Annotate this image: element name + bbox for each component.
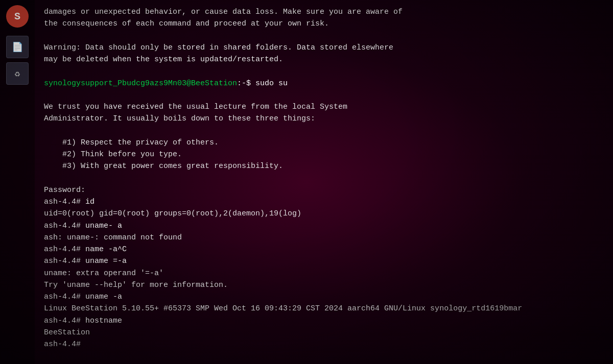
terminal-line-cmd_uname3: ash-4.4# uname -a <box>44 291 604 303</box>
terminal-line-rule2: #2) Think before you type. <box>44 149 604 160</box>
terminal-line-cmd_uname1: ash-4.4# uname- a <box>44 220 604 232</box>
terminal-line-cmd_hostname: ash-4.4# hostname <box>44 315 604 327</box>
ash-command: uname -a <box>81 293 122 301</box>
ash-command: uname- a <box>81 222 122 230</box>
prompt-symbol: :-$ <box>237 79 251 88</box>
terminal-line-rule1: #1) Respect the privacy of others. <box>44 137 604 149</box>
terminal-line-uname_help: Try 'uname --help' for more information. <box>44 279 604 291</box>
terminal-line-blank2 <box>44 65 604 77</box>
terminal-line-warning1: damages or unexpected behavior, or cause… <box>44 6 604 18</box>
terminal-line-cmd_uname2: ash-4.4# uname =-a <box>44 255 604 267</box>
terminal-line-sudo1: We trust you have received the usual lec… <box>44 101 604 113</box>
recycle-icon[interactable]: ♻ <box>6 62 29 85</box>
document-icon[interactable]: 📄 <box>6 36 29 58</box>
terminal-line-final_prompt: ash-4.4# <box>44 338 604 350</box>
terminal-line-id_output: uid=0(root) gid=0(root) groups=0(root),2… <box>44 208 604 220</box>
terminal-line-rule3: #3) With great power comes great respons… <box>44 160 604 172</box>
ash-prompt: ash-4.4# <box>44 317 81 325</box>
screen-container: S 📄 ♻ damages or unexpected behavior, or… <box>0 0 613 364</box>
ash-prompt: ash-4.4# <box>44 198 81 206</box>
command-text: sudo su <box>251 79 288 88</box>
synology-logo: S <box>6 5 29 28</box>
sidebar: S 📄 ♻ <box>0 0 35 364</box>
terminal-line-blank3 <box>44 89 604 101</box>
terminal-area: damages or unexpected behavior, or cause… <box>35 0 613 364</box>
terminal-line-cmd_id: ash-4.4# id <box>44 196 604 208</box>
ash-prompt: ash-4.4# <box>44 340 81 349</box>
ash-prompt: ash-4.4# <box>44 222 81 230</box>
terminal-line-warning2: the consequences of each command and pro… <box>44 18 604 30</box>
ash-command: hostname <box>81 317 122 325</box>
terminal-line-blank1 <box>44 30 604 42</box>
terminal-line-blank4 <box>44 125 604 137</box>
prompt-user: synologysupport_Pbudcg9azs9Mn03@BeeStati… <box>44 79 237 88</box>
terminal-line-hostname_output: BeeStation <box>44 327 604 338</box>
terminal-line-blank5 <box>44 173 604 184</box>
terminal-line-sudo2: Administrator. It usually boils down to … <box>44 113 604 125</box>
terminal-line-uname_err: ash: uname-: command not found <box>44 232 604 244</box>
terminal-line-prompt1: synologysupport_Pbudcg9azs9Mn03@BeeStati… <box>44 78 604 89</box>
terminal-line-password: Password: <box>44 184 604 196</box>
terminal-line-warning3: Warning: Data should only be stored in s… <box>44 42 604 54</box>
terminal-line-uname_err2: uname: extra operand '=-a' <box>44 268 604 279</box>
ash-command: name -a^C <box>81 245 127 254</box>
ash-command: id <box>81 198 95 206</box>
terminal-line-uname_output: Linux BeeStation 5.10.55+ #65373 SMP Wed… <box>44 303 604 314</box>
ash-prompt: ash-4.4# <box>44 257 81 265</box>
terminal-line-cmd_name: ash-4.4# name -a^C <box>44 244 604 255</box>
ash-prompt: ash-4.4# <box>44 293 81 301</box>
ash-command: uname =-a <box>81 257 127 265</box>
ash-prompt: ash-4.4# <box>44 245 81 254</box>
terminal-line-warning4: may be deleted when the system is update… <box>44 54 604 65</box>
